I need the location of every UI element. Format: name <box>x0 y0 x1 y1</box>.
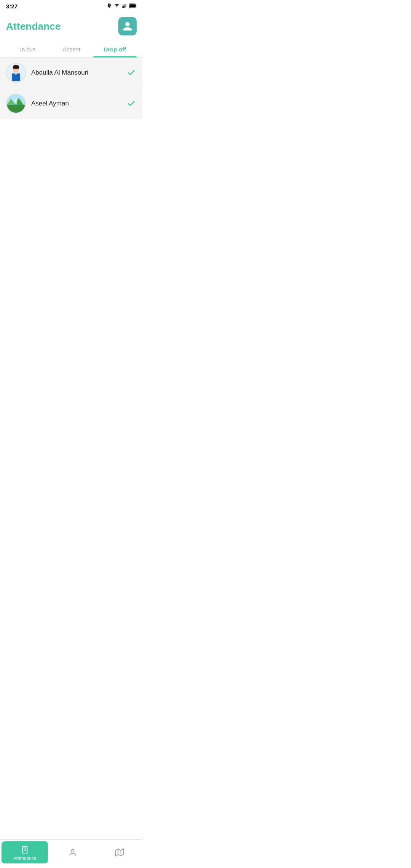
tab-in-bus[interactable]: In bus <box>6 41 49 57</box>
status-icons <box>107 3 137 10</box>
profile-button[interactable] <box>118 17 137 35</box>
battery-icon <box>129 3 137 9</box>
avatar <box>6 63 26 83</box>
svg-point-24 <box>72 849 74 852</box>
tabs-container: In bus Absent Drop off <box>0 41 143 57</box>
header: Attendance <box>0 13 143 41</box>
status-bar: 3:27 <box>0 0 143 13</box>
svg-rect-22 <box>22 846 27 853</box>
svg-marker-25 <box>116 849 123 856</box>
person-icon <box>122 21 133 32</box>
main-content: Abdulla Al Mansouri <box>0 57 143 324</box>
nav-item-attendance[interactable]: Attendance <box>2 841 48 863</box>
nav-item-map[interactable] <box>96 840 143 865</box>
check-icon <box>126 67 137 78</box>
wifi-icon <box>114 3 120 10</box>
svg-rect-5 <box>135 5 136 7</box>
nav-label-attendance: Attendance <box>13 856 37 861</box>
svg-rect-3 <box>126 5 126 8</box>
student-list: Abdulla Al Mansouri <box>0 57 143 119</box>
student-name: Abdulla Al Mansouri <box>31 69 126 77</box>
location-icon <box>107 3 112 10</box>
svg-rect-2 <box>124 5 125 8</box>
svg-rect-6 <box>129 4 135 7</box>
list-item[interactable]: Abdulla Al Mansouri <box>0 57 143 88</box>
signal-icon <box>122 3 127 10</box>
tab-absent[interactable]: Absent <box>49 41 93 57</box>
list-item[interactable]: Aseel Ayman <box>0 88 143 119</box>
map-icon <box>115 848 124 857</box>
student-name: Aseel Ayman <box>31 100 126 107</box>
svg-rect-21 <box>7 105 25 113</box>
svg-rect-1 <box>123 6 124 8</box>
page-title: Attendance <box>6 21 61 32</box>
tab-drop-off[interactable]: Drop off <box>93 41 137 57</box>
svg-rect-0 <box>122 6 123 8</box>
check-icon <box>126 98 137 109</box>
avatar <box>6 94 26 113</box>
person-card-icon <box>68 848 77 857</box>
nav-item-contacts[interactable] <box>49 840 96 865</box>
bottom-nav: Attendance <box>0 839 143 868</box>
clipboard-check-icon <box>20 845 29 854</box>
svg-rect-10 <box>13 67 19 69</box>
status-time: 3:27 <box>6 3 18 10</box>
